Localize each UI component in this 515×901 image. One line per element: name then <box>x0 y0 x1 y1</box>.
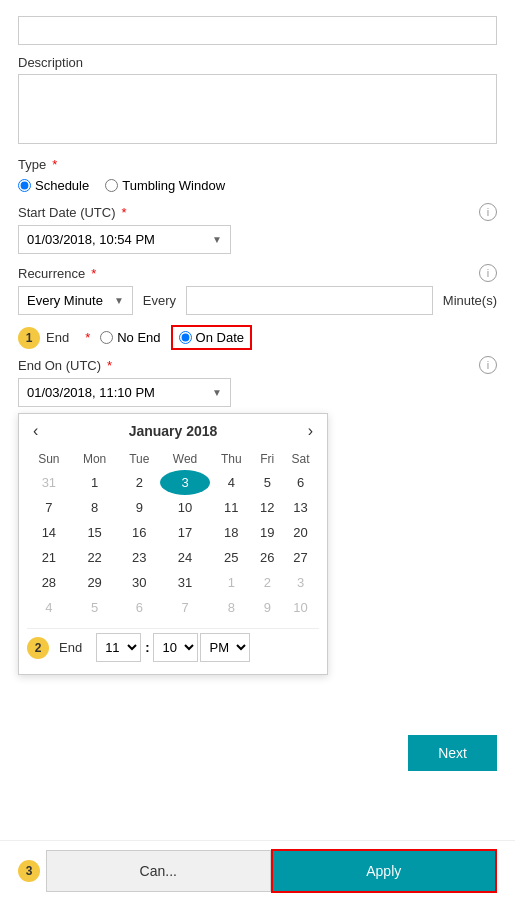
day-header-sun: Sun <box>27 448 71 470</box>
ampm-select[interactable]: PM AM <box>200 633 250 662</box>
next-button[interactable]: Next <box>408 735 497 771</box>
end-on-required: * <box>107 358 112 373</box>
end-on-info-icon[interactable]: i <box>479 356 497 374</box>
calendar-day-cell[interactable]: 4 <box>210 470 252 495</box>
start-date-required: * <box>122 205 127 220</box>
hour-select[interactable]: 11 01020304 05060708 091012 <box>96 633 141 662</box>
calendar-day-cell[interactable]: 1 <box>71 470 119 495</box>
calendar-day-cell[interactable]: 3 <box>160 470 210 495</box>
annotation-1-bubble: 1 <box>18 327 40 349</box>
no-end-radio[interactable] <box>100 331 113 344</box>
calendar-days-header-row: Sun Mon Tue Wed Thu Fri Sat <box>27 448 319 470</box>
calendar-day-cell[interactable]: 29 <box>71 570 119 595</box>
calendar-next-button[interactable]: › <box>302 422 319 440</box>
calendar-day-cell[interactable]: 19 <box>252 520 282 545</box>
start-date-header: Start Date (UTC) * i <box>18 203 497 221</box>
end-options: End * No End On Date <box>46 325 252 350</box>
end-on-header: End On (UTC) * i <box>18 356 497 374</box>
calendar-day-cell[interactable]: 7 <box>160 595 210 620</box>
day-header-tue: Tue <box>119 448 160 470</box>
start-date-value: 01/03/2018, 10:54 PM <box>27 232 155 247</box>
calendar-day-cell[interactable]: 16 <box>119 520 160 545</box>
calendar-day-cell[interactable]: 13 <box>282 495 319 520</box>
description-group: Description <box>18 55 497 147</box>
end-on-select[interactable]: 01/03/2018, 11:10 PM ▼ <box>18 378 231 407</box>
calendar-day-cell[interactable]: 18 <box>210 520 252 545</box>
calendar-week-row-0: 31123456 <box>27 470 319 495</box>
calendar-day-cell[interactable]: 2 <box>252 570 282 595</box>
calendar-day-cell[interactable]: 9 <box>252 595 282 620</box>
recurrence-select[interactable]: Every Minute ▼ <box>18 286 133 315</box>
calendar-day-cell[interactable]: 1 <box>210 570 252 595</box>
calendar-day-cell[interactable]: 2 <box>119 470 160 495</box>
on-date-radio[interactable] <box>179 331 192 344</box>
schedule-radio[interactable] <box>18 179 31 192</box>
calendar-day-cell[interactable]: 12 <box>252 495 282 520</box>
description-input[interactable] <box>18 74 497 144</box>
calendar-day-cell[interactable]: 15 <box>71 520 119 545</box>
calendar-grid: Sun Mon Tue Wed Thu Fri Sat 311234567891… <box>27 448 319 620</box>
type-group: Type * Schedule Tumbling Window <box>18 157 497 193</box>
calendar-day-cell[interactable]: 4 <box>27 595 71 620</box>
calendar-day-cell[interactable]: 5 <box>71 595 119 620</box>
calendar-day-cell[interactable]: 9 <box>119 495 160 520</box>
calendar-day-cell[interactable]: 31 <box>27 470 71 495</box>
recurrence-label: Recurrence <box>18 266 85 281</box>
calendar-day-cell[interactable]: 30 <box>119 570 160 595</box>
start-date-group: Start Date (UTC) * i 01/03/2018, 10:54 P… <box>18 203 497 254</box>
calendar-day-cell[interactable]: 26 <box>252 545 282 570</box>
type-required: * <box>52 157 57 172</box>
calendar-day-cell[interactable]: 3 <box>282 570 319 595</box>
start-date-label: Start Date (UTC) <box>18 205 116 220</box>
calendar-day-cell[interactable]: 11 <box>210 495 252 520</box>
trigger-name-input[interactable]: trigger1 <box>18 16 497 45</box>
every-input[interactable]: 1 <box>186 286 433 315</box>
calendar-popup: ‹ January 2018 › Sun Mon Tue Wed Thu Fri… <box>18 413 328 675</box>
calendar-day-cell[interactable]: 8 <box>71 495 119 520</box>
calendar-day-cell[interactable]: 25 <box>210 545 252 570</box>
calendar-day-cell[interactable]: 23 <box>119 545 160 570</box>
start-date-arrow-icon: ▼ <box>212 234 222 245</box>
on-date-label: On Date <box>196 330 244 345</box>
apply-button[interactable]: Apply <box>271 849 498 893</box>
calendar-day-cell[interactable]: 6 <box>282 470 319 495</box>
on-date-radio-wrapper[interactable]: On Date <box>171 325 252 350</box>
no-end-radio-label[interactable]: No End <box>100 330 160 345</box>
recurrence-info-icon[interactable]: i <box>479 264 497 282</box>
calendar-day-cell[interactable]: 31 <box>160 570 210 595</box>
calendar-day-cell[interactable]: 17 <box>160 520 210 545</box>
calendar-day-cell[interactable]: 10 <box>160 495 210 520</box>
calendar-week-row-2: 14151617181920 <box>27 520 319 545</box>
calendar-day-cell[interactable]: 27 <box>282 545 319 570</box>
start-date-select[interactable]: 01/03/2018, 10:54 PM ▼ <box>18 225 231 254</box>
calendar-day-cell[interactable]: 6 <box>119 595 160 620</box>
calendar-prev-button[interactable]: ‹ <box>27 422 44 440</box>
end-on-label: End On (UTC) <box>18 358 101 373</box>
type-options-row: Schedule Tumbling Window <box>18 178 497 193</box>
calendar-day-cell[interactable]: 10 <box>282 595 319 620</box>
calendar-day-cell[interactable]: 21 <box>27 545 71 570</box>
calendar-day-cell[interactable]: 8 <box>210 595 252 620</box>
every-unit-label: Minute(s) <box>443 293 497 308</box>
schedule-radio-label[interactable]: Schedule <box>18 178 89 193</box>
calendar-day-cell[interactable]: 20 <box>282 520 319 545</box>
calendar-day-cell[interactable]: 5 <box>252 470 282 495</box>
calendar-day-cell[interactable]: 24 <box>160 545 210 570</box>
calendar-day-cell[interactable]: 14 <box>27 520 71 545</box>
day-header-thu: Thu <box>210 448 252 470</box>
tumbling-radio-label[interactable]: Tumbling Window <box>105 178 225 193</box>
end-on-value: 01/03/2018, 11:10 PM <box>27 385 155 400</box>
calendar-day-cell[interactable]: 22 <box>71 545 119 570</box>
cancel-button[interactable]: Can... <box>46 850 271 892</box>
calendar-week-row-1: 78910111213 <box>27 495 319 520</box>
end-section: 1 End * No End On Date End On (UTC) <box>18 325 497 407</box>
end-time-label: End <box>59 640 82 655</box>
tumbling-radio[interactable] <box>105 179 118 192</box>
minute-select[interactable]: 10 00051520 25303540 455055 <box>153 633 198 662</box>
calendar-day-cell[interactable]: 28 <box>27 570 71 595</box>
time-colon-icon: : <box>145 640 149 655</box>
calendar-day-cell[interactable]: 7 <box>27 495 71 520</box>
start-date-info-icon[interactable]: i <box>479 203 497 221</box>
recurrence-arrow-icon: ▼ <box>114 295 124 306</box>
time-annotation-row: 2 End <box>27 637 88 659</box>
